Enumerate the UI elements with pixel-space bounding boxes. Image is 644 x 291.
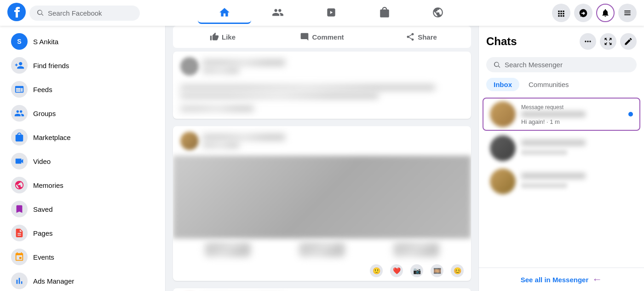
emoji-heart[interactable]: ❤️	[390, 264, 403, 277]
sidebar-item-pages[interactable]: Pages	[4, 221, 161, 245]
sidebar-item-memories[interactable]: Memories	[4, 173, 161, 197]
sidebar-label-events: Events	[33, 253, 54, 261]
sidebar-item-video[interactable]: Video	[4, 149, 161, 173]
emoji-gif[interactable]: 🎞️	[431, 264, 443, 277]
chat-info-2	[521, 140, 633, 157]
feed-area: Like Comment Share	[166, 26, 478, 291]
notifications-button[interactable]	[596, 4, 615, 22]
nav-groups[interactable]	[411, 2, 465, 24]
post-card-1	[173, 52, 471, 119]
post-info-2	[202, 134, 464, 148]
chat-preview-3	[521, 183, 567, 188]
sidebar-item-saved[interactable]: Saved	[4, 197, 161, 221]
post-name-1	[202, 59, 285, 66]
chats-title: Chats	[486, 35, 517, 48]
sidebar-label-saved: Saved	[33, 205, 53, 213]
chat-search[interactable]: Search Messenger	[486, 57, 637, 72]
chat-expand-button[interactable]	[600, 33, 616, 50]
sidebar: S S Ankita Find friends Feeds Groups	[0, 26, 166, 291]
post-avatar-1	[180, 57, 199, 76]
account-button[interactable]	[618, 4, 637, 22]
chat-more-button[interactable]	[580, 33, 596, 50]
more-dots-icon	[583, 37, 592, 46]
memories-icon	[11, 177, 28, 193]
post-info-1	[202, 59, 464, 73]
ads-manager-icon	[11, 273, 28, 289]
like-icon	[210, 32, 219, 41]
see-all-messenger-link[interactable]: See all in Messenger	[521, 276, 589, 284]
post-avatar-2	[180, 132, 199, 150]
facebook-logo[interactable]	[7, 3, 26, 23]
like-button[interactable]: Like	[173, 29, 272, 45]
sidebar-item-groups[interactable]: Groups	[4, 101, 161, 125]
comment-button[interactable]: Comment	[272, 29, 372, 45]
chat-info-3	[521, 173, 633, 190]
search-icon	[37, 9, 44, 17]
chat-search-placeholder: Search Messenger	[505, 61, 563, 69]
sidebar-label-memories: Memories	[33, 181, 63, 189]
sidebar-label-video: Video	[33, 157, 51, 165]
sidebar-item-ads-manager[interactable]: Ads Manager	[4, 269, 161, 291]
apps-button[interactable]	[552, 4, 570, 22]
post-header-3	[173, 288, 471, 291]
pages-icon	[11, 225, 28, 241]
chat-tabs: Inbox Communities	[479, 76, 644, 93]
tab-inbox[interactable]: Inbox	[486, 78, 519, 91]
nav-marketplace[interactable]	[358, 2, 411, 24]
share-button[interactable]: Share	[372, 29, 471, 45]
feeds-icon	[11, 81, 28, 98]
emoji-camera[interactable]: 📷	[410, 264, 423, 277]
compose-icon	[624, 37, 633, 46]
post-actions-bar: Like Comment Share	[173, 26, 471, 48]
chat-preview-row: Hi again! · 1 m	[521, 117, 633, 126]
video-icon	[11, 153, 28, 169]
chat-compose-button[interactable]	[620, 33, 637, 50]
search-bar[interactable]: Search Facebook	[29, 6, 140, 21]
tab-communities[interactable]: Communities	[521, 78, 576, 91]
main-content: S S Ankita Find friends Feeds Groups	[0, 26, 644, 291]
marketplace-icon	[11, 129, 28, 146]
events-icon	[11, 249, 28, 265]
see-all-bar: See all in Messenger ←	[479, 268, 644, 291]
nav-home[interactable]	[198, 2, 251, 24]
sidebar-item-events[interactable]: Events	[4, 245, 161, 269]
chat-name-row	[521, 111, 633, 117]
sidebar-item-feeds[interactable]: Feeds	[4, 77, 161, 101]
post-meta-2	[202, 142, 239, 148]
nav-left: Search Facebook	[7, 3, 155, 23]
emoji-sticker[interactable]: 😊	[451, 264, 464, 277]
chat-panel: Chats Search Messenger Inbox Communities	[478, 26, 644, 291]
sidebar-item-marketplace[interactable]: Marketplace	[4, 125, 161, 149]
sidebar-user-profile[interactable]: S S Ankita	[4, 29, 161, 53]
find-friends-icon	[11, 57, 28, 74]
post-header-1	[173, 52, 471, 81]
sidebar-item-find-friends[interactable]: Find friends	[4, 53, 161, 77]
chat-name-3	[521, 173, 586, 179]
chat-item-3[interactable]	[483, 165, 640, 198]
post-card-2: 🙂 ❤️ 📷 🎞️ 😊	[173, 126, 471, 281]
sidebar-label-groups: Groups	[33, 110, 56, 117]
chat-header-icons	[580, 33, 637, 50]
emoji-row: 🙂 ❤️ 📷 🎞️ 😊	[173, 261, 471, 281]
user-name: S Ankita	[33, 38, 58, 46]
share-label: Share	[418, 33, 437, 41]
chat-preview-text: Hi again! · 1 m	[521, 118, 560, 125]
chat-name-blurred	[521, 111, 586, 117]
saved-icon	[11, 201, 28, 217]
chat-item-2[interactable]	[483, 132, 640, 165]
top-navigation: Search Facebook	[0, 0, 644, 26]
chat-avatar-request	[490, 101, 516, 127]
emoji-smile[interactable]: 🙂	[370, 264, 383, 277]
sidebar-label-marketplace: Marketplace	[33, 134, 71, 141]
post-footer-2	[173, 239, 471, 261]
chat-list: Message request Hi again! · 1 m	[479, 93, 644, 268]
chat-search-icon	[494, 61, 501, 69]
comment-icon	[300, 32, 309, 41]
post-card-3	[173, 288, 471, 291]
sidebar-label-find-friends: Find friends	[33, 62, 69, 70]
chat-item-message-request[interactable]: Message request Hi again! · 1 m	[483, 98, 640, 131]
nav-friends[interactable]	[251, 2, 305, 24]
sidebar-label-ads-manager: Ads Manager	[33, 277, 74, 285]
nav-watch[interactable]	[305, 2, 358, 24]
messenger-button[interactable]	[574, 4, 592, 22]
